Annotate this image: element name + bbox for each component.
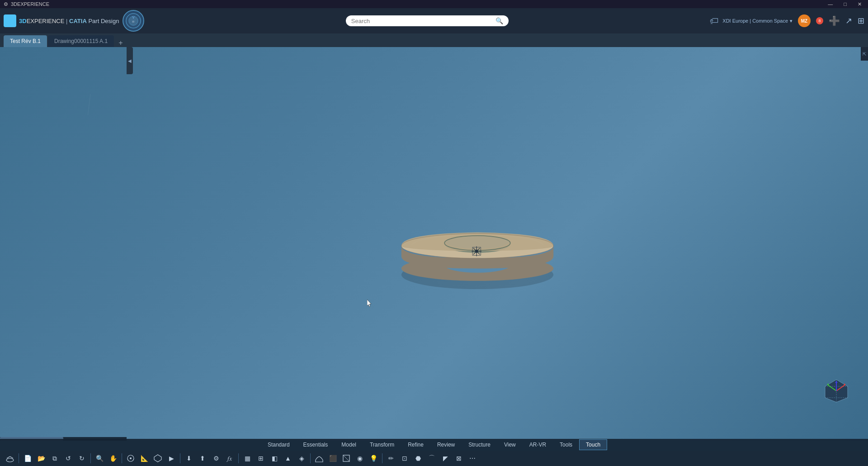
bottom-tab-touch[interactable]: Touch bbox=[579, 439, 607, 450]
toolbar-view3d-btn[interactable] bbox=[151, 452, 164, 465]
svg-text:R: R bbox=[132, 20, 135, 23]
search-input[interactable] bbox=[351, 18, 492, 24]
toolbar-fillet-btn[interactable]: ⌒ bbox=[425, 452, 438, 465]
toolbar-sketch-btn[interactable]: ✏ bbox=[385, 452, 397, 465]
tab-standard-label: Standard bbox=[268, 442, 290, 448]
user-space-selector[interactable]: XDI Europe | Common Space ▾ bbox=[722, 18, 793, 24]
compass-widget[interactable]: V . R bbox=[123, 10, 144, 32]
toolbar-redo-btn[interactable]: ↻ bbox=[75, 452, 88, 465]
bottom-tab-model[interactable]: Model bbox=[335, 439, 363, 450]
svg-line-24 bbox=[90, 94, 136, 115]
user-space-label: XDI Europe | Common Space bbox=[722, 18, 788, 24]
titlebar-controls: — □ ✕ bbox=[825, 1, 864, 7]
add-button[interactable]: ➕ bbox=[829, 15, 840, 26]
bottom-tab-transform[interactable]: Transform bbox=[363, 439, 401, 450]
bottom-tab-structure[interactable]: Structure bbox=[462, 439, 497, 450]
collapse-icon: ◀ bbox=[128, 58, 132, 63]
search-area: 🔍 bbox=[148, 15, 706, 26]
toolbar-pan-btn[interactable]: ✋ bbox=[107, 452, 119, 465]
minimize-button[interactable]: — bbox=[825, 1, 835, 7]
svg-point-1 bbox=[8, 19, 12, 23]
bottom-tab-refine[interactable]: Refine bbox=[401, 439, 430, 450]
app-prefix: 3D bbox=[19, 18, 27, 24]
tab-essentials-label: Essentials bbox=[303, 442, 328, 448]
svg-point-58 bbox=[130, 457, 132, 459]
bottom-tabs-bar: Standard Essentials Model Transform Refi… bbox=[0, 439, 868, 451]
bottom-toolbar: 📄 📂 ⧉ ↺ ↻ 🔍 ✋ 📐 ▶ ⬇ ⬆ ⚙ 𝑓𝑥 ▦ ⊞ ◧ ▲ ◈ ⬛ ◉… bbox=[0, 451, 868, 466]
toolbar-arrow-btn[interactable]: ▲ bbox=[282, 452, 294, 465]
svg-marker-59 bbox=[154, 455, 161, 462]
tab-touch-label: Touch bbox=[586, 442, 600, 448]
bottom-tab-tools[interactable]: Tools bbox=[553, 439, 579, 450]
toolbar-measure-btn[interactable]: 📐 bbox=[138, 452, 151, 465]
tab-add-button[interactable]: + bbox=[115, 39, 126, 47]
toolbar-render-btn[interactable]: ▶ bbox=[165, 452, 178, 465]
svg-text:V: V bbox=[132, 16, 135, 19]
toolbar-pocket-btn[interactable]: ⬣ bbox=[412, 452, 425, 465]
toolbar-draft-btn[interactable]: ⊠ bbox=[453, 452, 465, 465]
user-avatar[interactable]: MZ bbox=[798, 14, 811, 27]
tab-model-label: Model bbox=[341, 442, 356, 448]
app-experience: EXPERIENCE bbox=[27, 18, 65, 24]
tab-arvr-label: AR-VR bbox=[529, 442, 546, 448]
tab-drawing[interactable]: Drawing00001115 A.1 bbox=[48, 35, 114, 47]
bottom-tab-standard[interactable]: Standard bbox=[261, 439, 297, 450]
share-icon[interactable]: ↗ bbox=[845, 16, 852, 26]
toolbar-display-btn[interactable]: ◉ bbox=[354, 452, 366, 465]
toolbar-snap-btn[interactable] bbox=[124, 452, 137, 465]
user-initials: MZ bbox=[801, 19, 807, 24]
toolbar-export-btn[interactable]: ⬆ bbox=[196, 452, 209, 465]
bottom-tab-arvr[interactable]: AR-VR bbox=[523, 439, 553, 450]
cursor-indicator bbox=[367, 300, 373, 308]
tag-icon[interactable]: 🏷 bbox=[710, 16, 719, 26]
tab-refine-label: Refine bbox=[408, 442, 424, 448]
toolbar-chamfer-btn[interactable]: ◤ bbox=[439, 452, 452, 465]
maximize-button[interactable]: □ bbox=[841, 1, 849, 7]
viewport-expand-button[interactable]: ⇱ bbox=[861, 47, 868, 61]
toolbar-grid-btn[interactable]: ▦ bbox=[241, 452, 254, 465]
separator-2 bbox=[90, 453, 91, 463]
toolbar-more-btn[interactable]: ⋯ bbox=[466, 452, 479, 465]
toolbar-import-btn[interactable]: ⬇ bbox=[183, 452, 195, 465]
toolbar-light-btn[interactable]: 💡 bbox=[367, 452, 380, 465]
toolbar-fx-btn[interactable]: 𝑓𝑥 bbox=[223, 452, 236, 465]
separator: | bbox=[66, 18, 69, 24]
titlebar: ⚙ 3DEXPERIENCE — □ ✕ bbox=[0, 0, 868, 8]
sidebar-collapse-button[interactable]: ◀ bbox=[127, 47, 133, 74]
viewport[interactable] bbox=[0, 47, 868, 441]
apps-icon[interactable]: ⊞ bbox=[858, 16, 864, 26]
search-icon[interactable]: 🔍 bbox=[495, 17, 503, 24]
app-name-label: 3DEXPERIENCE | CATIA Part Design bbox=[19, 18, 119, 24]
search-box: 🔍 bbox=[346, 15, 509, 26]
orientation-cube[interactable] bbox=[823, 377, 850, 404]
app-logo bbox=[4, 14, 16, 27]
notification-badge[interactable]: 8 bbox=[816, 17, 823, 24]
close-button[interactable]: ✕ bbox=[855, 1, 864, 7]
toolbar-rotate-btn[interactable] bbox=[4, 452, 16, 465]
toolbar-section-btn[interactable]: ◧ bbox=[268, 452, 281, 465]
toolbar-new-btn[interactable]: 📄 bbox=[21, 452, 34, 465]
bottom-tab-review[interactable]: Review bbox=[430, 439, 462, 450]
toolbar-copy-btn[interactable]: ⧉ bbox=[48, 452, 61, 465]
viewport-grid bbox=[0, 47, 136, 115]
toolbar-surface-btn[interactable] bbox=[313, 452, 326, 465]
toolbar-pad-btn[interactable]: ⊡ bbox=[398, 452, 411, 465]
bottom-tab-view[interactable]: View bbox=[497, 439, 523, 450]
toolbar-point-btn[interactable]: ◈ bbox=[295, 452, 308, 465]
toolbar-wireframe-btn[interactable] bbox=[340, 452, 353, 465]
tab-test-rev[interactable]: Test Rév B.1 bbox=[4, 35, 47, 47]
chevron-down-icon: ▾ bbox=[790, 18, 793, 24]
separator-6 bbox=[310, 453, 311, 463]
toolbar-table-btn[interactable]: ⊞ bbox=[255, 452, 267, 465]
tabs-bar: Test Rév B.1 Drawing00001115 A.1 + bbox=[0, 33, 868, 47]
3d-torus-model bbox=[387, 199, 568, 289]
expand-icon: ⇱ bbox=[863, 52, 866, 57]
separator-5 bbox=[238, 453, 239, 463]
toolbar-undo-btn[interactable]: ↺ bbox=[62, 452, 75, 465]
bottom-tab-essentials[interactable]: Essentials bbox=[297, 439, 335, 450]
toolbar-solid-btn[interactable]: ⬛ bbox=[326, 452, 339, 465]
toolbar-zoom-btn[interactable]: 🔍 bbox=[93, 452, 106, 465]
svg-point-56 bbox=[6, 458, 14, 462]
toolbar-open-btn[interactable]: 📂 bbox=[35, 452, 47, 465]
toolbar-settings-btn[interactable]: ⚙ bbox=[210, 452, 222, 465]
